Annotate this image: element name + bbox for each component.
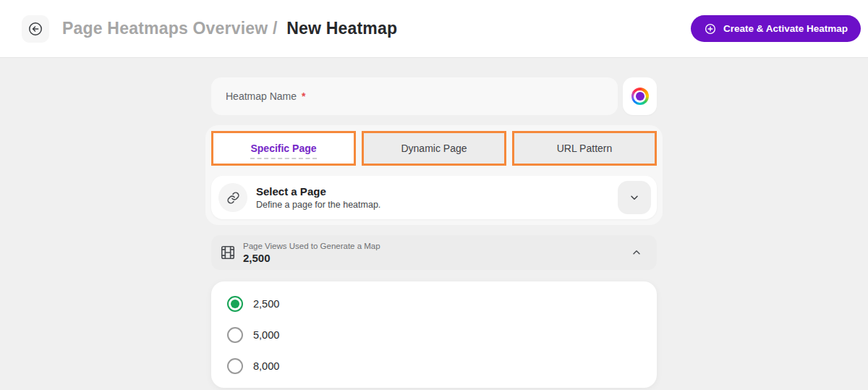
page-type-tabs: Specific Page Dynamic Page URL Pattern (211, 131, 657, 166)
header: Page Heatmaps Overview / New Heatmap Cre… (0, 0, 868, 58)
radio-selected-icon (227, 296, 243, 312)
chevron-up-icon (631, 247, 642, 258)
option-5000[interactable]: 5,000 (211, 319, 657, 350)
color-wheel-icon (631, 88, 649, 105)
radio-unselected-icon (227, 358, 243, 374)
back-button[interactable] (22, 15, 49, 43)
tab-specific-page-label: Specific Page (250, 143, 316, 159)
main-content: Heatmap Name * Specific Page Dynamic Pag… (0, 58, 868, 388)
tab-url-pattern[interactable]: URL Pattern (512, 131, 657, 166)
option-label: 8,000 (253, 360, 279, 372)
link-icon (226, 191, 240, 205)
tab-dynamic-page[interactable]: Dynamic Page (362, 131, 506, 166)
breadcrumb-parent[interactable]: Page Heatmaps Overview / (62, 19, 278, 38)
select-page-dropdown[interactable]: Select a Page Define a page for the heat… (211, 176, 657, 219)
page-views-value: 2,500 (243, 252, 380, 264)
create-activate-heatmap-button[interactable]: Create & Activate Heatmap (691, 15, 861, 42)
page-views-label: Page Views Used to Generate a Map (243, 242, 380, 250)
tab-dynamic-page-label: Dynamic Page (401, 143, 467, 154)
chevron-down-icon (629, 192, 640, 203)
breadcrumb: Page Heatmaps Overview / New Heatmap (62, 19, 397, 38)
select-page-title: Select a Page (256, 185, 380, 198)
plus-circle-icon (704, 22, 717, 35)
select-page-subtitle: Define a page for the heatmap. (256, 200, 380, 210)
create-button-label: Create & Activate Heatmap (723, 23, 848, 34)
tab-url-pattern-label: URL Pattern (557, 143, 613, 154)
page-target-group: Specific Page Dynamic Page URL Pattern S… (205, 125, 663, 225)
link-icon-badge (218, 183, 247, 212)
radio-unselected-icon (227, 327, 243, 343)
select-page-chevron-button[interactable] (618, 181, 651, 214)
select-page-texts: Select a Page Define a page for the heat… (256, 185, 380, 210)
heatmap-name-field: Heatmap Name * (211, 77, 618, 115)
heatmap-name-row: Heatmap Name * (211, 77, 657, 115)
film-icon (220, 245, 236, 260)
page-views-selector[interactable]: Page Views Used to Generate a Map 2,500 (211, 235, 657, 270)
option-2500[interactable]: 2,500 (211, 288, 657, 319)
option-8000[interactable]: 8,000 (211, 350, 657, 381)
arrow-left-circle-icon (27, 21, 43, 37)
color-picker-button[interactable] (623, 77, 657, 115)
page-title: New Heatmap (286, 19, 397, 38)
tab-specific-page[interactable]: Specific Page (211, 131, 356, 166)
heatmap-name-input[interactable] (211, 77, 618, 115)
page-views-options-card: 2,500 5,000 8,000 (211, 281, 657, 388)
option-label: 2,500 (253, 298, 279, 310)
option-label: 5,000 (253, 329, 279, 341)
page-views-texts: Page Views Used to Generate a Map 2,500 (243, 242, 380, 264)
